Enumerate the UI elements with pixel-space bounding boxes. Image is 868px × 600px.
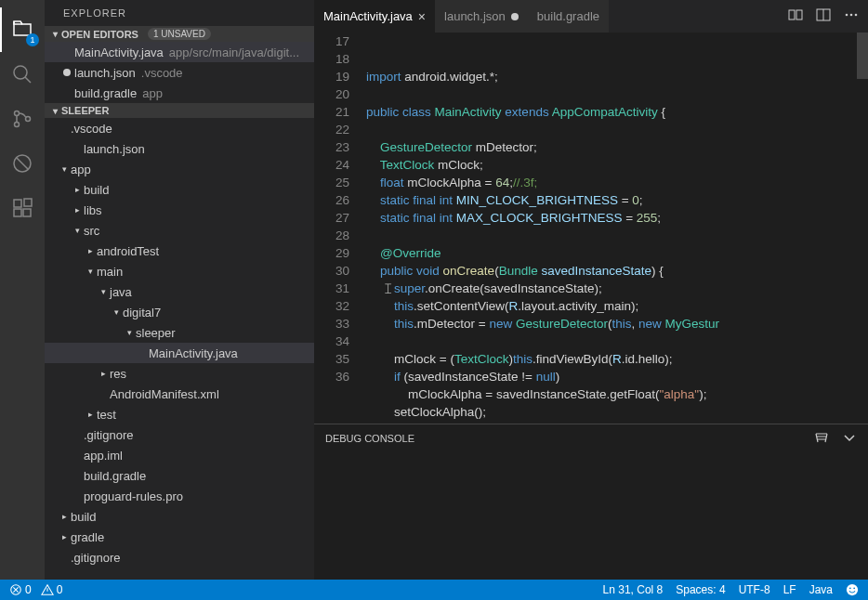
line-number: 32 [314, 297, 349, 315]
tree-item[interactable]: .gitignore [45, 424, 314, 445]
svg-rect-8 [24, 199, 32, 206]
chevron-down-icon: ▾ [97, 287, 110, 296]
tree-item[interactable]: ▸res [45, 363, 314, 384]
tree-item[interactable]: proguard-rules.pro [45, 486, 314, 506]
debug-console-body[interactable] [314, 452, 868, 580]
chevron-right-icon: ▸ [97, 369, 110, 378]
tree-item[interactable]: ▾src [45, 220, 314, 241]
line-number: 35 [314, 350, 349, 368]
tree-item[interactable]: build.gradle [45, 465, 314, 486]
debug-console-panel: DEBUG CONSOLE › [314, 424, 868, 600]
line-number: 30 [314, 262, 349, 280]
chevron-down-icon[interactable] [842, 430, 857, 447]
code-line: float mClockAlpha = 64;//.3f; [366, 174, 868, 191]
code-content[interactable]: import android.widget.*; public class Ma… [366, 33, 868, 424]
split-editor-icon[interactable] [816, 7, 831, 25]
tree-label: libs [84, 203, 102, 217]
dirty-indicator-icon [63, 69, 71, 76]
status-errors[interactable]: 0 [9, 583, 32, 596]
tree-item[interactable]: .vscode [45, 118, 314, 138]
tree-item[interactable]: app.iml [45, 445, 314, 465]
svg-rect-5 [14, 200, 21, 207]
tree-label: sleeper [136, 326, 176, 340]
tree-item[interactable]: MainActivity.java [45, 343, 314, 363]
line-number: 26 [314, 191, 349, 209]
clear-console-icon[interactable] [814, 430, 829, 447]
open-editor-item[interactable]: launch.json.vscode [45, 62, 314, 83]
minimap[interactable] [857, 33, 868, 79]
compare-icon[interactable] [788, 7, 803, 25]
code-line: if (savedInstanceState != null) [366, 368, 868, 385]
line-number: 20 [314, 85, 349, 103]
tree-item[interactable]: ▾main [45, 261, 314, 281]
search-icon[interactable] [0, 52, 45, 97]
chevron-down-icon: ▾ [123, 328, 136, 337]
code-editor[interactable]: 1718192021222324252627282930313233343536… [314, 33, 868, 424]
tree-item[interactable]: launch.json [45, 138, 314, 159]
tree-label: .gitignore [71, 551, 120, 565]
status-language[interactable]: Java [809, 583, 833, 596]
svg-point-17 [849, 587, 851, 589]
tree-label: app [71, 163, 91, 176]
explorer-icon[interactable]: 1 [0, 7, 45, 52]
editor-tab[interactable]: build.gradle [528, 0, 609, 33]
tree-label: .gitignore [84, 428, 133, 442]
code-line: public class MainActivity extends AppCom… [366, 103, 868, 121]
tab-label: build.gradle [537, 9, 599, 23]
explorer-badge: 1 [26, 33, 39, 46]
extensions-icon[interactable] [0, 186, 45, 230]
file-label: build.gradle [74, 86, 137, 100]
file-path: app/src/main/java/digit... [169, 46, 299, 59]
sidebar: EXPLORER ▾ OPEN EDITORS 1 UNSAVED MainAc… [45, 0, 314, 600]
code-line [366, 121, 868, 138]
tree-item[interactable]: ▸build [45, 506, 314, 527]
line-number: 34 [314, 333, 349, 350]
line-number: 22 [314, 121, 349, 138]
line-number: 31 [314, 280, 349, 297]
open-editors-header[interactable]: ▾ OPEN EDITORS 1 UNSAVED [45, 26, 314, 42]
code-line: this.mDetector = new GestureDetector(thi… [366, 315, 868, 333]
code-line: public void onCreate(Bundle savedInstanc… [366, 262, 868, 280]
debug-icon[interactable] [0, 141, 45, 186]
code-line: import android.widget.*; [366, 68, 868, 85]
feedback-icon[interactable] [846, 583, 859, 596]
chevron-right-icon: ▸ [84, 410, 97, 419]
tree-item[interactable]: ▾java [45, 281, 314, 302]
file-path: app [142, 86, 163, 100]
more-icon[interactable] [844, 7, 859, 25]
status-eol[interactable]: LF [783, 583, 796, 596]
status-cursor-position[interactable]: Ln 31, Col 8 [603, 583, 664, 596]
tree-item[interactable]: ▸build [45, 179, 314, 200]
tree-item[interactable]: ▸libs [45, 200, 314, 220]
svg-point-12 [846, 14, 848, 17]
tree-item[interactable]: ▾sleeper [45, 322, 314, 343]
line-number: 23 [314, 138, 349, 156]
tree-item[interactable]: ▾app [45, 159, 314, 179]
close-icon[interactable]: × [418, 9, 426, 24]
status-indentation[interactable]: Spaces: 4 [676, 583, 725, 596]
svg-rect-7 [23, 209, 31, 216]
tree-item[interactable]: ▸gradle [45, 527, 314, 547]
code-line: TextClock mClock; [366, 156, 868, 174]
open-editor-item[interactable]: MainActivity.javaapp/src/main/java/digit… [45, 42, 314, 62]
source-control-icon[interactable] [0, 97, 45, 141]
tree-item[interactable]: AndroidManifest.xml [45, 384, 314, 404]
editor-tab[interactable]: launch.json [435, 0, 528, 33]
svg-point-1 [15, 111, 20, 116]
sidebar-title: EXPLORER [45, 0, 314, 26]
tree-item[interactable]: .gitignore [45, 547, 314, 567]
chevron-down-icon: ▾ [58, 164, 71, 174]
code-line: super.onCreate(savedInstanceState); [366, 280, 868, 297]
tree-label: main [97, 265, 123, 279]
status-warnings[interactable]: 0 [41, 583, 63, 596]
tree-label: proguard-rules.pro [84, 489, 183, 503]
tree-item[interactable]: ▸androidTest [45, 241, 314, 261]
line-number: 27 [314, 209, 349, 227]
status-bar: 0 0 Ln 31, Col 8 Spaces: 4 UTF-8 LF Java [0, 580, 868, 600]
editor-tab[interactable]: MainActivity.java× [314, 0, 435, 33]
tree-item[interactable]: ▾digital7 [45, 302, 314, 322]
tree-item[interactable]: ▸test [45, 404, 314, 424]
project-header[interactable]: ▾ SLEEPER [45, 103, 314, 118]
open-editor-item[interactable]: build.gradleapp [45, 83, 314, 103]
status-encoding[interactable]: UTF-8 [739, 583, 770, 596]
